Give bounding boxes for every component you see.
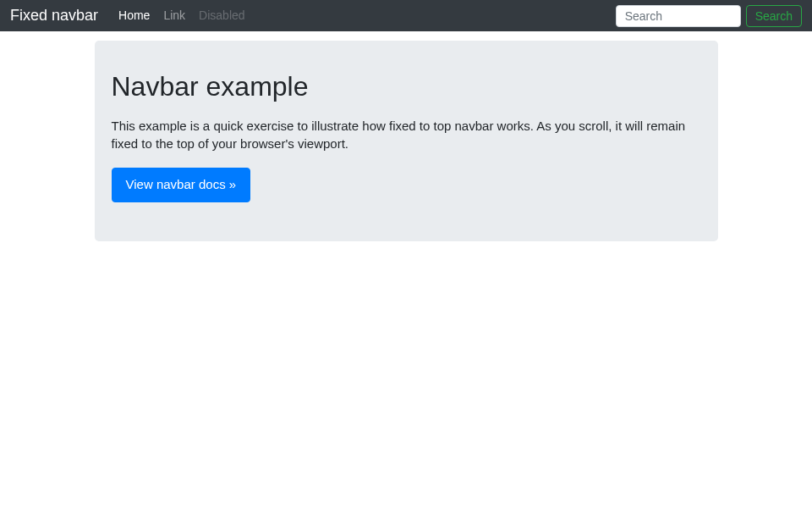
nav-link-home[interactable]: Home [112, 0, 156, 31]
search-button[interactable]: Search [746, 5, 802, 27]
navbar-brand[interactable]: Fixed navbar [10, 4, 98, 27]
lead-text: This example is a quick exercise to illu… [112, 117, 701, 152]
navbar: Fixed navbar Home Link Disabled Search [0, 0, 812, 31]
jumbotron: Navbar example This example is a quick e… [95, 41, 718, 241]
search-input[interactable] [616, 5, 741, 27]
page-heading: Navbar example [112, 66, 701, 107]
main-content: Navbar example This example is a quick e… [95, 0, 718, 241]
nav-link-disabled: Disabled [192, 0, 251, 31]
view-docs-button[interactable]: View navbar docs » [112, 168, 251, 202]
search-form: Search [616, 5, 802, 27]
nav-link-link[interactable]: Link [156, 0, 192, 31]
navbar-nav: Home Link Disabled [112, 0, 616, 31]
